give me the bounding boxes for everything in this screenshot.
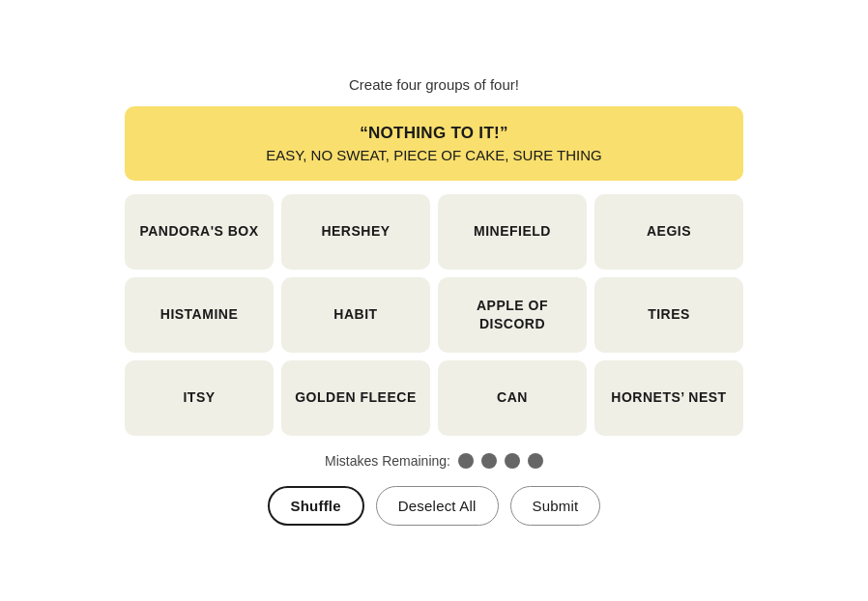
- card-label-can: CAN: [497, 388, 528, 406]
- card-apple-of-discord[interactable]: APPLE OF DISCORD: [438, 277, 587, 353]
- shuffle-button[interactable]: Shuffle: [268, 486, 364, 526]
- mistake-dot-4: [528, 453, 543, 469]
- mistake-dot-1: [458, 453, 474, 469]
- card-label-golden-fleece: GOLDEN FLEECE: [295, 388, 417, 406]
- card-minefield[interactable]: MINEFIELD: [438, 194, 587, 270]
- action-buttons-row: Shuffle Deselect All Submit: [268, 486, 601, 526]
- card-label-pandoras-box: PANDORA'S BOX: [139, 222, 258, 240]
- card-label-aegis: AEGIS: [647, 222, 691, 240]
- mistake-dot-2: [481, 453, 497, 469]
- instruction-text: Create four groups of four!: [349, 76, 519, 93]
- solved-group-title: “NOTHING TO IT!”: [144, 124, 724, 143]
- card-label-minefield: MINEFIELD: [474, 222, 551, 240]
- deselect-all-button[interactable]: Deselect All: [376, 486, 499, 526]
- card-label-habit: HABIT: [333, 305, 377, 323]
- mistakes-remaining-row: Mistakes Remaining:: [325, 453, 543, 469]
- mistakes-label: Mistakes Remaining:: [325, 453, 450, 469]
- card-label-apple-of-discord: APPLE OF DISCORD: [448, 297, 577, 331]
- mistake-dot-3: [505, 453, 520, 469]
- card-golden-fleece[interactable]: GOLDEN FLEECE: [281, 360, 430, 436]
- card-hornets-nest[interactable]: HORNETS’ NEST: [594, 360, 743, 436]
- submit-button[interactable]: Submit: [510, 486, 601, 526]
- card-habit[interactable]: HABIT: [281, 277, 430, 353]
- game-container: Create four groups of four! “NOTHING TO …: [125, 76, 743, 526]
- card-label-tires: TIRES: [648, 305, 690, 323]
- card-grid: PANDORA'S BOXHERSHEYMINEFIELDAEGISHISTAM…: [125, 194, 743, 436]
- card-label-itsy: ITSY: [183, 388, 215, 406]
- card-aegis[interactable]: AEGIS: [594, 194, 743, 270]
- card-label-histamine: HISTAMINE: [160, 305, 238, 323]
- card-histamine[interactable]: HISTAMINE: [125, 277, 274, 353]
- card-tires[interactable]: TIRES: [594, 277, 743, 353]
- card-itsy[interactable]: ITSY: [125, 360, 274, 436]
- card-can[interactable]: CAN: [438, 360, 587, 436]
- card-pandoras-box[interactable]: PANDORA'S BOX: [125, 194, 274, 270]
- solved-group-items: EASY, NO SWEAT, PIECE OF CAKE, SURE THIN…: [144, 147, 724, 163]
- card-label-hershey: HERSHEY: [321, 222, 390, 240]
- solved-group-nothing-to-it: “NOTHING TO IT!” EASY, NO SWEAT, PIECE O…: [125, 106, 743, 181]
- card-hershey[interactable]: HERSHEY: [281, 194, 430, 270]
- card-label-hornets-nest: HORNETS’ NEST: [611, 388, 726, 406]
